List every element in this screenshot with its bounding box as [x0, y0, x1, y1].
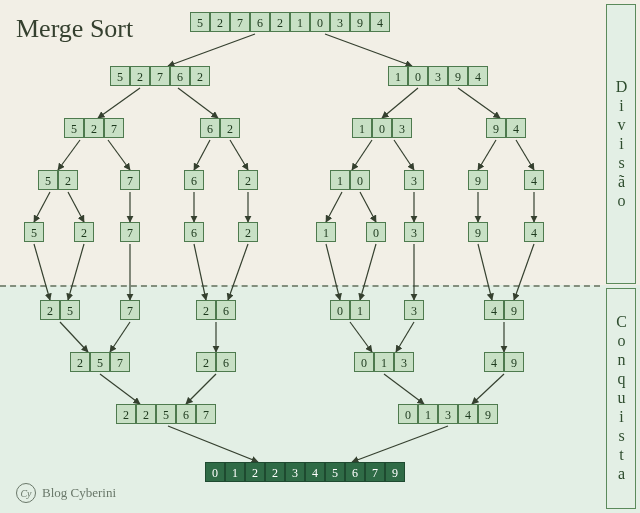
- array-d4-5: 1: [316, 222, 336, 242]
- cell: 0: [350, 170, 370, 190]
- cell: 6: [200, 118, 220, 138]
- array-c3-1: 01349: [398, 404, 498, 424]
- array-d3-5: 3: [404, 170, 424, 190]
- array-c1-5: 49: [484, 300, 524, 320]
- cell: 7: [150, 66, 170, 86]
- cell: 3: [394, 352, 414, 372]
- cell: 4: [468, 66, 488, 86]
- array-c1-2: 26: [196, 300, 236, 320]
- array-d0: 5276210394: [190, 12, 390, 32]
- cell: 3: [392, 118, 412, 138]
- array-c1-0: 25: [40, 300, 80, 320]
- cell: 0: [310, 12, 330, 32]
- cell: 4: [484, 300, 504, 320]
- array-c2-2: 013: [354, 352, 414, 372]
- cell: 5: [190, 12, 210, 32]
- cell: 1: [350, 300, 370, 320]
- array-d2-0: 527: [64, 118, 124, 138]
- array-d3-3: 2: [238, 170, 258, 190]
- cell: 2: [84, 118, 104, 138]
- cell: 1: [374, 352, 394, 372]
- cell: 9: [350, 12, 370, 32]
- cell: 1: [290, 12, 310, 32]
- array-c2-0: 257: [70, 352, 130, 372]
- cell: 2: [238, 222, 258, 242]
- cell: 5: [60, 300, 80, 320]
- array-d4-7: 3: [404, 222, 424, 242]
- cell: 7: [230, 12, 250, 32]
- cell: 6: [176, 404, 196, 424]
- cell: 2: [58, 170, 78, 190]
- cell: 2: [40, 300, 60, 320]
- array-d3-0: 52: [38, 170, 78, 190]
- cell: 7: [120, 170, 140, 190]
- cell: 3: [285, 462, 305, 482]
- cell: 2: [210, 12, 230, 32]
- array-d4-9: 4: [524, 222, 544, 242]
- cell: 1: [330, 170, 350, 190]
- cell: 9: [504, 352, 524, 372]
- array-d4-1: 2: [74, 222, 94, 242]
- cell: 3: [330, 12, 350, 32]
- cell: 4: [305, 462, 325, 482]
- array-d4-8: 9: [468, 222, 488, 242]
- footer: Cy Blog Cyberini: [16, 483, 116, 503]
- cell: 3: [404, 222, 424, 242]
- cell: 2: [245, 462, 265, 482]
- array-d4-3: 6: [184, 222, 204, 242]
- cell: 2: [265, 462, 285, 482]
- cell: 7: [120, 222, 140, 242]
- cell: 6: [216, 352, 236, 372]
- cell: 2: [74, 222, 94, 242]
- cell: 9: [486, 118, 506, 138]
- cell: 0: [372, 118, 392, 138]
- cell: 1: [352, 118, 372, 138]
- array-d4-6: 0: [366, 222, 386, 242]
- cell: 6: [345, 462, 365, 482]
- array-d3-6: 9: [468, 170, 488, 190]
- cell: 2: [270, 12, 290, 32]
- array-d2-3: 94: [486, 118, 526, 138]
- cell: 3: [404, 300, 424, 320]
- cell: 5: [90, 352, 110, 372]
- cell: 0: [408, 66, 428, 86]
- cell: 2: [238, 170, 258, 190]
- cell: 0: [330, 300, 350, 320]
- array-d3-2: 6: [184, 170, 204, 190]
- label-conquer: Conquista: [606, 288, 636, 509]
- array-d1-0: 52762: [110, 66, 210, 86]
- cell: 6: [184, 222, 204, 242]
- array-d3-4: 10: [330, 170, 370, 190]
- array-d3-1: 7: [120, 170, 140, 190]
- phase-labels: Divisão Conquista: [606, 4, 636, 509]
- cell: 2: [130, 66, 150, 86]
- cell: 4: [370, 12, 390, 32]
- cell: 1: [388, 66, 408, 86]
- array-d2-2: 103: [352, 118, 412, 138]
- cell: 5: [156, 404, 176, 424]
- cell: 3: [428, 66, 448, 86]
- cell: 5: [110, 66, 130, 86]
- cell: 2: [220, 118, 240, 138]
- diagram-stage: Merge Sort Divisão Conquista: [0, 0, 640, 513]
- cell: 4: [506, 118, 526, 138]
- cell: 5: [64, 118, 84, 138]
- array-d4-4: 2: [238, 222, 258, 242]
- cell: 3: [438, 404, 458, 424]
- array-d3-7: 4: [524, 170, 544, 190]
- cell: 2: [136, 404, 156, 424]
- cell: 7: [196, 404, 216, 424]
- cell: 0: [366, 222, 386, 242]
- cell: 9: [448, 66, 468, 86]
- cell: 9: [385, 462, 405, 482]
- cell: 2: [196, 352, 216, 372]
- page-title: Merge Sort: [16, 14, 133, 44]
- array-c1-1: 7: [120, 300, 140, 320]
- footer-text: Blog Cyberini: [42, 485, 116, 501]
- cell: 5: [325, 462, 345, 482]
- cell: 2: [196, 300, 216, 320]
- cell: 6: [170, 66, 190, 86]
- cell: 2: [190, 66, 210, 86]
- array-d2-1: 62: [200, 118, 240, 138]
- cell: 0: [205, 462, 225, 482]
